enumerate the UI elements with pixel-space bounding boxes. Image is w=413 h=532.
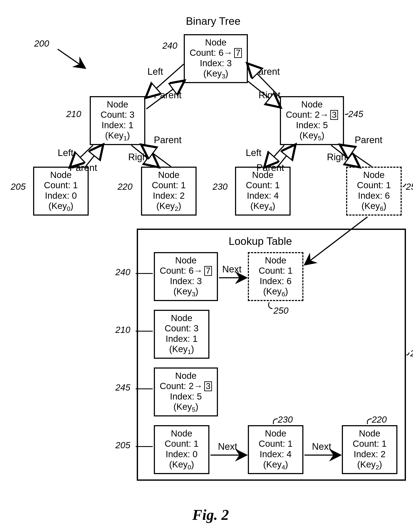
tree-node-220: Node Count: 1 Index: 2 (Key2) [141, 167, 197, 216]
table-node-250: Node Count: 1 Index: 6 (Key6) [248, 252, 303, 301]
edge-right-2: Right [128, 152, 150, 162]
ref-250-tree: 250 [406, 182, 413, 192]
ref-205-table: 205 [115, 440, 130, 450]
svg-line-0 [58, 49, 86, 68]
ref-230-tree: 230 [212, 182, 228, 192]
edge-next-2: Next [218, 441, 237, 452]
tree-node-240: Node Count: 6→7 Index: 3 (Key3) [184, 34, 248, 83]
edge-right-3: Right [327, 152, 349, 162]
edge-right-1: Right [259, 90, 280, 100]
ref-220-tree: 220 [117, 182, 133, 192]
edge-parent-3: Parent [69, 162, 97, 173]
ref-240-tree: 240 [162, 41, 177, 51]
table-node-220: Node Count: 1 Index: 2 (Key2) [342, 425, 397, 474]
edge-next-1: Next [222, 264, 241, 275]
table-node-205: Node Count: 1 Index: 0 (Key0) [154, 425, 209, 474]
edge-left-2: Left [58, 147, 73, 158]
ref-210-table: 210 [115, 325, 130, 335]
ref-255: 255 [410, 348, 413, 359]
ref-220-table: 220 [372, 415, 387, 425]
table-node-210: Node Count: 3 Index: 1 (Key1) [154, 310, 209, 359]
ref-240-table: 240 [115, 267, 130, 277]
ref-230-table: 230 [278, 415, 293, 425]
tree-title: Binary Tree [186, 15, 240, 27]
table-node-230: Node Count: 1 Index: 4 (Key4) [248, 425, 303, 474]
edge-parent-6: Parent [355, 135, 383, 145]
table-node-240: Node Count: 6→7 Index: 3 (Key3) [154, 252, 218, 301]
tree-node-245: Node Count: 2→3 Index: 5 (Key5) [280, 96, 344, 145]
tree-node-230: Node Count: 1 Index: 4 (Key4) [235, 167, 291, 216]
tree-node-250: Node Count: 1 Index: 6 (Key6) [346, 167, 402, 216]
edge-parent-1: Parent [154, 90, 182, 100]
ref-200: 200 [34, 38, 49, 49]
tree-node-210: Node Count: 3 Index: 1 (Key1) [90, 96, 145, 145]
edge-parent-4: Parent [154, 135, 182, 145]
edge-left-1: Left [147, 66, 163, 77]
ref-205-tree: 205 [11, 182, 26, 192]
edge-parent-2: Parent [252, 66, 280, 77]
table-node-245: Node Count: 2→3 Index: 5 (Key5) [154, 368, 218, 416]
figure-caption: Fig. 2 [192, 506, 229, 523]
ref-250-table: 250 [273, 305, 288, 316]
ref-245-table: 245 [115, 382, 130, 393]
ref-245-tree: 245 [348, 109, 363, 119]
ref-210-tree: 210 [66, 109, 81, 119]
diagram-canvas: Binary Tree Lookup Table Fig. 2 200 Node… [9, 9, 413, 532]
edge-next-3: Next [312, 441, 331, 452]
edge-parent-5: Parent [256, 162, 284, 173]
edge-left-3: Left [246, 147, 261, 158]
tree-node-205: Node Count: 1 Index: 0 (Key0) [33, 167, 89, 216]
